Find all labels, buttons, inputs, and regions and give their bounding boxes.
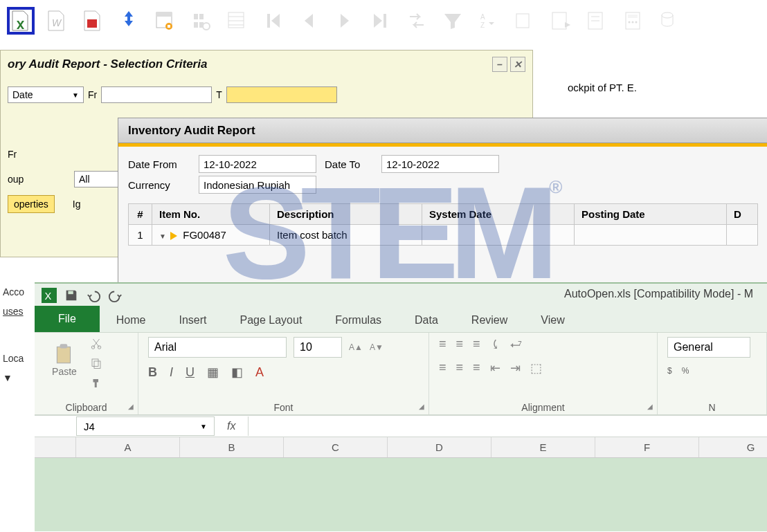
percent-button[interactable]: % [682,366,689,376]
border-button[interactable]: ▦ [207,365,219,380]
ribbon-tabs: File Home Insert Page Layout Formulas Da… [35,307,767,332]
list-icon [223,7,251,35]
col-f[interactable]: F [595,437,699,457]
align-right-icon[interactable]: ≡ [473,360,480,376]
date-from-value[interactable]: 12-10-2022 [199,155,316,173]
export-word-icon[interactable]: W [43,7,71,35]
grid-row[interactable]: 1 ▼ FG00487 Item cost batch [129,225,758,246]
font-color-button[interactable]: A [255,365,264,380]
font-dialog-icon[interactable]: ◢ [419,403,424,410]
currency-value[interactable]: Indonesian Rupiah [199,176,316,194]
date-to-label: Date To [325,158,380,170]
col-b[interactable]: B [180,437,284,457]
tab-insert[interactable]: Insert [162,309,223,332]
align-top-icon[interactable]: ≡ [439,337,446,352]
alignment-dialog-icon[interactable]: ◢ [647,403,653,410]
font-label: Font [148,399,419,413]
orientation-icon[interactable]: ⤹ [490,337,500,352]
select-all-corner[interactable] [35,437,76,457]
name-box[interactable]: J4 ▼ [76,416,215,436]
ignore-label: Ig [73,199,81,210]
group-font: Arial 10 A▲ A▼ B I U ▦ ◧ A Font ◢ [138,333,429,414]
cut-icon[interactable] [90,337,102,351]
relate-icon [583,7,611,35]
undo-icon[interactable] [86,288,101,303]
currency-button[interactable]: $ [667,366,672,376]
col-desc[interactable]: Description [270,204,422,225]
font-name-dropdown[interactable]: Arial [148,337,287,358]
formula-bar[interactable] [248,416,767,436]
svg-rect-5 [168,25,170,28]
date-from-input[interactable] [101,86,212,103]
redo-icon[interactable] [108,288,123,303]
align-center-icon[interactable]: ≡ [456,360,464,376]
underline-button[interactable]: U [186,365,195,380]
close-button[interactable]: ✕ [510,57,525,72]
svg-point-16 [632,21,634,24]
format-painter-icon[interactable] [90,377,102,392]
bold-button[interactable]: B [148,365,157,380]
last-record-icon [367,7,395,35]
align-bottom-icon[interactable]: ≡ [473,337,480,352]
from-label: Fr [88,89,97,100]
col-sys[interactable]: System Date [422,204,575,225]
tab-home[interactable]: Home [100,309,163,332]
date-to-input[interactable] [226,86,337,103]
indent-dec-icon[interactable]: ⇤ [490,360,500,376]
left-dropdown[interactable]: ▼ [0,368,35,387]
cell-num: 1 [129,225,152,246]
form-settings-icon[interactable] [151,7,179,35]
date-type-dropdown[interactable]: Date▼ [8,86,84,103]
tab-formulas[interactable]: Formulas [318,309,398,332]
fill-color-button[interactable]: ◧ [231,365,243,380]
svg-point-15 [629,21,631,24]
wrap-text-icon[interactable]: ⮐ [510,337,523,352]
col-e[interactable]: E [491,437,595,457]
tab-data[interactable]: Data [398,309,455,332]
merge-button[interactable]: ⬚ [530,360,542,376]
copy-icon[interactable] [90,357,102,372]
svg-text:W: W [52,17,62,28]
col-c[interactable]: C [284,437,388,457]
grow-font-icon[interactable]: A▲ [349,342,363,352]
date-to-value[interactable]: 12-10-2022 [381,155,499,173]
uses-link[interactable]: uses [0,302,35,321]
tab-page-layout[interactable]: Page Layout [223,309,318,332]
align-middle-icon[interactable]: ≡ [456,337,464,352]
link-icon [511,7,539,35]
loca-label: Loca [0,349,35,368]
indent-inc-icon[interactable]: ⇥ [510,360,521,376]
fx-icon[interactable]: fx [227,420,235,432]
tab-view[interactable]: View [524,309,581,332]
properties-button[interactable]: operties [8,195,55,213]
layout-designer-icon[interactable] [115,7,143,35]
col-last[interactable]: D [727,204,758,225]
tab-file[interactable]: File [35,306,100,332]
svg-rect-1 [87,19,97,28]
drill-down-icon[interactable] [170,232,177,240]
col-post[interactable]: Posting Date [575,204,727,225]
sap-toolbar: W AZ [0,0,767,42]
minimize-button[interactable]: – [492,57,507,72]
chevron-down-icon: ▼ [72,91,79,99]
cell-item: ▼ FG00487 [152,225,270,246]
shrink-font-icon[interactable]: A▼ [370,342,384,352]
col-g[interactable]: G [699,437,767,457]
tab-review[interactable]: Review [455,309,524,332]
ribbon: Paste Clipboard ◢ Arial 10 A▲ A▼ [35,332,767,415]
align-left-icon[interactable]: ≡ [439,360,446,376]
fr-label: Fr [8,149,70,160]
italic-button[interactable]: I [170,365,173,380]
col-num[interactable]: # [129,204,152,225]
clipboard-dialog-icon[interactable]: ◢ [128,403,134,410]
save-icon[interactable] [64,288,79,303]
col-d[interactable]: D [388,437,491,457]
paste-button[interactable]: Paste [44,337,84,383]
chevron-down-icon[interactable]: ▼ [159,232,166,240]
export-pdf-icon[interactable] [79,7,107,35]
font-size-dropdown[interactable]: 10 [294,337,342,358]
export-excel-icon[interactable] [7,7,35,35]
col-a[interactable]: A [76,437,180,457]
number-format-dropdown[interactable]: General [667,337,750,358]
col-item[interactable]: Item No. [152,204,270,225]
